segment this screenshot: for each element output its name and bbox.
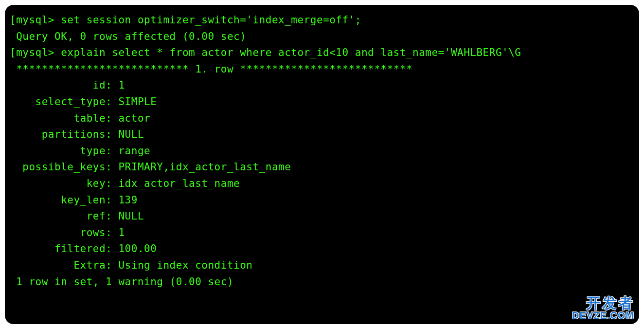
- kv-separator: :: [106, 112, 118, 124]
- watermark: 开发者 DEVZE.COM: [572, 296, 634, 320]
- explain-row: table: actor: [10, 110, 634, 127]
- prompt-bracket: [: [10, 14, 16, 26]
- explain-value-table: actor: [118, 112, 150, 124]
- kv-separator: :: [106, 178, 118, 189]
- explain-value-key_len: 139: [118, 194, 137, 206]
- watermark-bottom: DEVZE.COM: [572, 311, 634, 320]
- explain-value-partitions: NULL: [118, 128, 144, 140]
- result-line-1: Query OK, 0 rows affected (0.00 sec): [10, 29, 634, 45]
- explain-row: ref: NULL: [10, 208, 634, 225]
- explain-key-ref: ref: [16, 210, 106, 222]
- kv-separator: :: [106, 227, 118, 238]
- kv-separator: :: [106, 210, 118, 222]
- explain-key-select_type: select_type: [16, 96, 106, 108]
- result-1-text: Query OK, 0 rows affected (0.00 sec): [16, 31, 246, 42]
- explain-row: key_len: 139: [10, 192, 634, 209]
- explain-key-filtered: filtered: [16, 243, 106, 255]
- explain-value-possible_keys: PRIMARY,idx_actor_last_name: [118, 161, 291, 173]
- kv-separator: :: [106, 79, 118, 91]
- command-line-1: [mysql> set session optimizer_switch='in…: [10, 12, 634, 29]
- row-separator-text: *************************** 1. row *****…: [16, 63, 412, 75]
- explain-key-key_len: key_len: [16, 194, 106, 206]
- footer-line: 1 row in set, 1 warning (0.00 sec): [10, 274, 634, 291]
- kv-separator: :: [106, 145, 118, 157]
- command-1-text: set session optimizer_switch='index_merg…: [61, 14, 361, 26]
- kv-separator: :: [106, 128, 118, 140]
- command-line-2: [mysql> explain select * from actor wher…: [10, 45, 634, 61]
- kv-separator: :: [106, 161, 118, 173]
- explain-key-possible_keys: possible_keys: [16, 161, 106, 173]
- kv-separator: :: [106, 259, 118, 271]
- terminal-window[interactable]: [mysql> set session optimizer_switch='in…: [5, 5, 639, 324]
- kv-separator: :: [106, 243, 118, 255]
- explain-key-partitions: partitions: [16, 128, 106, 140]
- explain-row: key: idx_actor_last_name: [10, 176, 634, 192]
- explain-key-rows: rows: [16, 227, 106, 238]
- footer-text: 1 row in set, 1 warning (0.00 sec): [16, 276, 233, 288]
- row-separator: *************************** 1. row *****…: [10, 61, 634, 78]
- command-2-text: explain select * from actor where actor_…: [61, 47, 521, 58]
- explain-output-rows: id: 1 select_type: SIMPLE table: actor p…: [10, 77, 634, 274]
- prompt-bracket: [: [10, 47, 16, 58]
- explain-value-key: idx_actor_last_name: [118, 178, 240, 189]
- explain-key-id: id: [16, 79, 106, 91]
- explain-row: possible_keys: PRIMARY,idx_actor_last_na…: [10, 159, 634, 176]
- explain-row: id: 1: [10, 77, 634, 94]
- explain-value-rows: 1: [118, 227, 125, 238]
- explain-key-table: table: [16, 112, 106, 124]
- explain-key-key: key: [16, 178, 106, 189]
- explain-value-ref: NULL: [118, 210, 144, 222]
- mysql-prompt: mysql>: [16, 47, 54, 58]
- explain-value-filtered: 100.00: [118, 243, 157, 255]
- explain-value-select_type: SIMPLE: [118, 96, 157, 108]
- explain-value-Extra: Using index condition: [118, 259, 252, 271]
- explain-key-type: type: [16, 145, 106, 157]
- mysql-prompt: mysql>: [16, 14, 54, 26]
- watermark-top: 开发者: [572, 296, 634, 311]
- kv-separator: :: [106, 96, 118, 108]
- explain-value-type: range: [118, 145, 150, 157]
- explain-value-id: 1: [118, 79, 125, 91]
- explain-key-Extra: Extra: [16, 259, 106, 271]
- explain-row: rows: 1: [10, 225, 634, 241]
- explain-row: filtered: 100.00: [10, 241, 634, 257]
- explain-row: type: range: [10, 143, 634, 160]
- explain-row: partitions: NULL: [10, 127, 634, 143]
- explain-row: select_type: SIMPLE: [10, 94, 634, 110]
- explain-row: Extra: Using index condition: [10, 257, 634, 274]
- kv-separator: :: [106, 194, 118, 206]
